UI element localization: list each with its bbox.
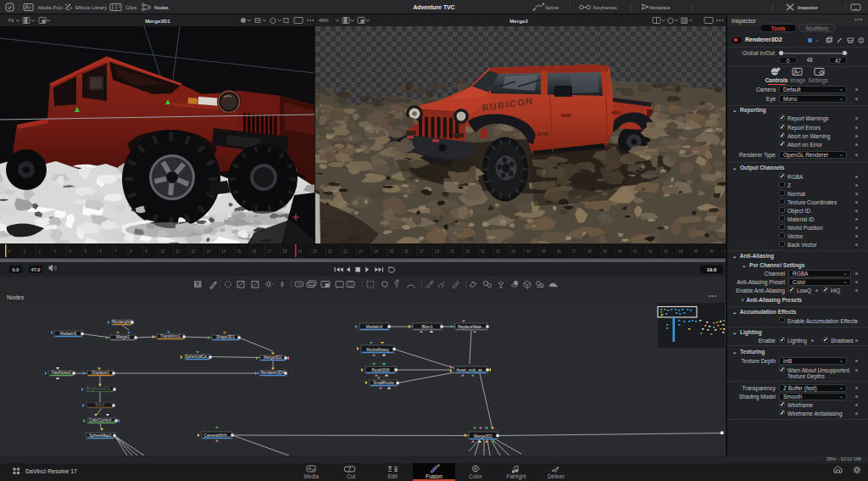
svg-text:Merge1: Merge1 <box>116 335 130 339</box>
svg-text:Cut: Cut <box>347 473 355 479</box>
svg-text:39: 39 <box>603 249 608 254</box>
svg-text:45: 45 <box>694 249 699 254</box>
svg-text:Edit: Edit <box>387 473 397 479</box>
svg-text:41: 41 <box>633 249 638 254</box>
svg-text:46: 46 <box>709 249 715 254</box>
svg-text:19: 19 <box>298 249 303 254</box>
svg-text:MediaIn3: MediaIn3 <box>366 325 383 329</box>
svg-text:MediaIn5: MediaIn5 <box>60 332 77 336</box>
svg-text:47: 47 <box>725 249 726 254</box>
svg-text:Transform1: Transform1 <box>160 334 181 338</box>
svg-text:35: 35 <box>542 249 547 254</box>
svg-text:1: 1 <box>23 249 25 254</box>
svg-text:Media Pool: Media Pool <box>38 5 63 10</box>
svg-text:Keyframes: Keyframes <box>593 5 617 10</box>
svg-text:11: 11 <box>175 249 180 254</box>
svg-text:24: 24 <box>374 249 379 254</box>
svg-text:Spline: Spline <box>545 5 559 10</box>
svg-text:31: 31 <box>481 249 486 254</box>
svg-text:40: 40 <box>618 249 623 254</box>
svg-text:SphericalCa...: SphericalCa... <box>185 355 209 359</box>
svg-text:27: 27 <box>420 249 425 254</box>
svg-text:Shape3D1: Shape3D1 <box>216 335 236 339</box>
svg-text:12: 12 <box>191 249 196 254</box>
svg-text:SphereMap1: SphereMap1 <box>89 433 112 438</box>
svg-text:26: 26 <box>404 249 409 254</box>
svg-text:Metadata: Metadata <box>649 5 670 10</box>
svg-text:47.0: 47.0 <box>31 267 41 272</box>
svg-text:DaVinci Resolve 17: DaVinci Resolve 17 <box>25 468 77 474</box>
svg-text:Fusion: Fusion <box>426 473 442 479</box>
svg-text:0.0: 0.0 <box>13 267 19 272</box>
svg-text:BrightnessCo...: BrightnessCo... <box>86 387 114 391</box>
svg-text:43: 43 <box>664 249 669 254</box>
svg-text:4: 4 <box>69 249 71 254</box>
svg-text:2: 2 <box>38 249 41 254</box>
svg-text:49%: 49% <box>319 18 329 23</box>
svg-text:0: 0 <box>8 249 11 254</box>
svg-text:8: 8 <box>130 249 132 254</box>
svg-text:Inspector: Inspector <box>798 5 818 10</box>
svg-text:Deliver: Deliver <box>548 473 565 479</box>
svg-text:6: 6 <box>99 249 102 254</box>
svg-text:20: 20 <box>313 249 318 254</box>
svg-text:44: 44 <box>679 249 684 254</box>
svg-text:7: 7 <box>114 249 117 254</box>
svg-text:9: 9 <box>145 249 147 254</box>
svg-text:Merge2: Merge2 <box>509 18 528 24</box>
svg-text:34: 34 <box>526 249 531 254</box>
svg-text:14: 14 <box>221 249 226 254</box>
svg-text:Nodes: Nodes <box>154 5 169 10</box>
svg-text:ReplaceMate...: ReplaceMate... <box>458 325 485 329</box>
svg-text:Jeep: Jeep <box>537 131 548 137</box>
svg-text:Merge3D1: Merge3D1 <box>474 434 492 439</box>
svg-text:37: 37 <box>572 249 577 254</box>
svg-text:Color: Color <box>469 473 482 479</box>
svg-text:21: 21 <box>328 249 333 254</box>
svg-text:33: 33 <box>511 249 516 254</box>
svg-text:25: 25 <box>389 249 394 254</box>
svg-text:Effects Library: Effects Library <box>75 5 107 10</box>
svg-text:Blur1: Blur1 <box>96 403 105 407</box>
svg-text:FastNoise1: FastNoise1 <box>52 371 72 375</box>
svg-text:SmallRocks: SmallRocks <box>373 381 394 385</box>
svg-text:ColorCorrect...: ColorCorrect... <box>89 418 114 422</box>
svg-text:32: 32 <box>496 249 501 254</box>
svg-text:Rectangle1: Rectangle1 <box>112 320 132 324</box>
svg-text:Merge3D1: Merge3D1 <box>145 18 170 24</box>
svg-text:Fit: Fit <box>8 18 14 23</box>
svg-text:30: 30 <box>465 249 470 254</box>
svg-text:16: 16 <box>252 249 257 254</box>
svg-text:Fairlight: Fairlight <box>506 473 526 480</box>
svg-text:CameraWhN...: CameraWhN... <box>204 433 231 438</box>
svg-text:22: 22 <box>343 249 348 254</box>
svg-text:Displace1: Displace1 <box>92 371 109 375</box>
svg-text:Asset_rock_as...: Asset_rock_as... <box>456 368 486 372</box>
svg-text:15: 15 <box>236 249 242 254</box>
svg-text:17: 17 <box>267 249 272 254</box>
svg-text:13: 13 <box>206 249 211 254</box>
svg-text:Adventure TVC: Adventure TVC <box>413 4 454 10</box>
svg-text:36: 36 <box>557 249 562 254</box>
svg-text:Rock0006: Rock0006 <box>371 368 390 372</box>
svg-text:Renderer3D4: Renderer3D4 <box>260 371 285 375</box>
svg-text:Blinn1: Blinn1 <box>421 325 432 329</box>
svg-text:18: 18 <box>282 249 287 254</box>
svg-text:29: 29 <box>450 249 455 254</box>
svg-text:Media: Media <box>303 473 319 479</box>
svg-text:Clips: Clips <box>125 5 136 10</box>
svg-text:19.0: 19.0 <box>707 267 717 272</box>
svg-text:23: 23 <box>359 249 364 254</box>
svg-text:10: 10 <box>160 249 165 254</box>
svg-text:Merge3D2: Merge3D2 <box>264 355 282 360</box>
svg-text:RocksMossy: RocksMossy <box>366 348 389 352</box>
svg-text:3: 3 <box>53 249 56 254</box>
svg-text:28: 28 <box>435 249 440 254</box>
svg-text:38: 38 <box>587 249 593 254</box>
svg-text:5: 5 <box>84 249 86 254</box>
svg-text:42: 42 <box>648 249 654 254</box>
